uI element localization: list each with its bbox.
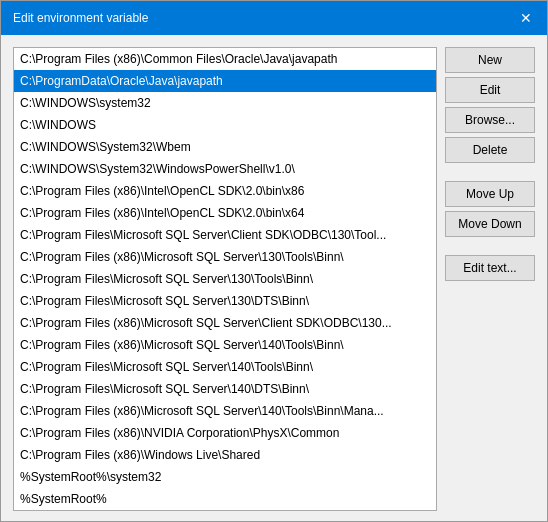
title-bar: Edit environment variable ✕ bbox=[1, 1, 547, 35]
list-container: C:\Program Files (x86)\Common Files\Orac… bbox=[13, 47, 437, 511]
list-item[interactable]: C:\Program Files (x86)\Microsoft SQL Ser… bbox=[14, 334, 436, 356]
list-item[interactable]: C:\WINDOWS bbox=[14, 114, 436, 136]
dialog-content: C:\Program Files (x86)\Common Files\Orac… bbox=[1, 35, 547, 522]
list-item[interactable]: C:\Program Files (x86)\Common Files\Orac… bbox=[14, 48, 436, 70]
list-item[interactable]: C:\Program Files (x86)\Intel\OpenCL SDK\… bbox=[14, 180, 436, 202]
list-item[interactable]: C:\WINDOWS\System32\WindowsPowerShell\v1… bbox=[14, 158, 436, 180]
edit-text-button[interactable]: Edit text... bbox=[445, 255, 535, 281]
list-item[interactable]: C:\Program Files\Microsoft SQL Server\14… bbox=[14, 378, 436, 400]
move-up-button[interactable]: Move Up bbox=[445, 181, 535, 207]
list-item[interactable]: C:\ProgramData\Oracle\Java\javapath bbox=[14, 70, 436, 92]
new-button[interactable]: New bbox=[445, 47, 535, 73]
list-item[interactable]: C:\Program Files\Microsoft SQL Server\14… bbox=[14, 356, 436, 378]
browse-button[interactable]: Browse... bbox=[445, 107, 535, 133]
list-item[interactable]: C:\Program Files (x86)\Microsoft SQL Ser… bbox=[14, 246, 436, 268]
move-down-button[interactable]: Move Down bbox=[445, 211, 535, 237]
list-item[interactable]: C:\Program Files\Microsoft SQL Server\13… bbox=[14, 268, 436, 290]
list-item[interactable]: C:\Program Files (x86)\NVIDIA Corporatio… bbox=[14, 422, 436, 444]
list-item[interactable]: C:\Program Files\Microsoft SQL Server\Cl… bbox=[14, 224, 436, 246]
list-item[interactable]: C:\Program Files (x86)\Microsoft SQL Ser… bbox=[14, 312, 436, 334]
list-item[interactable]: C:\Program Files\Microsoft SQL Server\13… bbox=[14, 290, 436, 312]
list-item[interactable]: C:\Program Files (x86)\Intel\OpenCL SDK\… bbox=[14, 202, 436, 224]
list-item[interactable]: C:\WINDOWS\system32 bbox=[14, 92, 436, 114]
list-item[interactable]: C:\Program Files (x86)\Windows Live\Shar… bbox=[14, 444, 436, 466]
edit-button[interactable]: Edit bbox=[445, 77, 535, 103]
close-button[interactable]: ✕ bbox=[517, 9, 535, 27]
dialog-title: Edit environment variable bbox=[13, 11, 148, 25]
delete-button[interactable]: Delete bbox=[445, 137, 535, 163]
list-item[interactable]: %SystemRoot%\system32 bbox=[14, 466, 436, 488]
spacer2 bbox=[445, 241, 535, 251]
env-variable-list[interactable]: C:\Program Files (x86)\Common Files\Orac… bbox=[13, 47, 437, 511]
button-panel: New Edit Browse... Delete Move Up Move D… bbox=[445, 47, 535, 511]
spacer1 bbox=[445, 167, 535, 177]
list-item[interactable]: C:\Program Files (x86)\Microsoft SQL Ser… bbox=[14, 400, 436, 422]
list-item[interactable]: %SystemRoot% bbox=[14, 488, 436, 510]
edit-env-dialog: Edit environment variable ✕ C:\Program F… bbox=[0, 0, 548, 522]
list-item[interactable]: C:\WINDOWS\System32\Wbem bbox=[14, 136, 436, 158]
